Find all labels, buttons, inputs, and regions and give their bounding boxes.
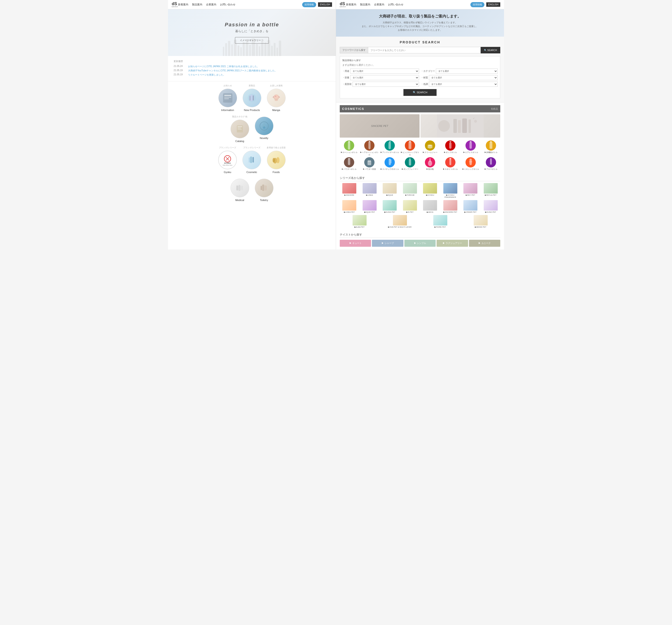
series-eque[interactable]: ▶EQUE xyxy=(380,183,400,198)
lang-btn-right[interactable]: ENGLISH xyxy=(486,2,500,7)
series-creer-pet[interactable]: ▶CREER PET xyxy=(461,200,480,213)
series-gyoku[interactable]: ▶GYOKU xyxy=(421,183,440,198)
svg-rect-26 xyxy=(250,156,252,163)
taste-luxury-btn[interactable]: ▶ ラグジュアリー xyxy=(437,240,468,247)
icon-toiletry[interactable]: Toiletry xyxy=(255,177,273,201)
series-is-pet[interactable]: ▶IS PET xyxy=(401,200,420,213)
series-alba-pet[interactable]: ▶ALBA PET xyxy=(340,215,379,228)
series-rey-pet[interactable]: ▶REY PET xyxy=(461,183,480,198)
series-linea-pet[interactable]: ▶LINEA PET xyxy=(340,200,359,213)
update-link-2[interactable]: 大商硝子YouTubeチャンネルにCITE JAPAN 2021ブースご案内動画… xyxy=(188,69,277,72)
search-input[interactable] xyxy=(368,47,481,53)
right-header: dS DAIKO 新着案内 製品案内 企業案内 お問い合わせ 採用情報 ENGL… xyxy=(336,0,504,9)
filter-yoto-select[interactable]: 全てを選択 xyxy=(350,69,419,74)
series-torche[interactable]: ▶TORCHE xyxy=(401,183,420,198)
gallery-btn[interactable]: イメージギャラリー ▷ xyxy=(235,37,269,44)
svg-point-20 xyxy=(263,126,265,129)
product-icon-hairlotion[interactable]: ▶ヘアローションボトル xyxy=(360,141,379,156)
nav-products[interactable]: 製品案内 xyxy=(192,3,202,6)
product-icon-lotion-label: ▶ローションボトル xyxy=(341,151,358,154)
product-icon-pump-label: ▶ポンプボトル xyxy=(444,151,457,154)
product-icon-atomizer[interactable]: ▶アトマイザーボトル xyxy=(380,141,399,156)
series-aeca[interactable]: ▶AECA xyxy=(421,200,440,213)
filter-material: ・材質 全てを選択 xyxy=(421,75,498,80)
right-nav-new[interactable]: 新着案内 xyxy=(346,3,356,6)
icon-manga[interactable]: お楽しみ漫画 Manga xyxy=(267,84,286,111)
recruit-btn-right[interactable]: 採用情報 xyxy=(471,2,484,7)
icon-gyoku-circle: GYOKU Daiko White Glass xyxy=(218,151,237,169)
nav-company[interactable]: 企業案内 xyxy=(206,3,216,6)
icon-catalog[interactable]: 製品カタログ 他 Catalog xyxy=(231,115,249,143)
product-icon-lotion[interactable]: ▶ローションボトル xyxy=(340,141,359,156)
icon-gyoku[interactable]: ブランド/シリーズ GYOKU Daiko White Glass Gyoku xyxy=(218,146,237,174)
product-search-title: PRODUCT SEARCH xyxy=(340,40,500,44)
svg-rect-60 xyxy=(470,141,472,142)
product-icon-aerosol[interactable]: ▶エアレスボトル xyxy=(461,141,480,156)
product-icon-spot[interactable]: ▶スポイトボトル xyxy=(441,157,460,171)
filter-material-select[interactable]: 全てを選択 xyxy=(429,75,498,80)
series-gyoku-fragrance-label: ▶GYOKU FRAGRANCE xyxy=(441,194,460,198)
product-icon-powder-container[interactable]: ▶パウダー容器 xyxy=(360,157,379,171)
filter-category-select[interactable]: 全てを選択 xyxy=(436,69,498,74)
series-eque-pet[interactable]: ▶EQUE PET xyxy=(360,200,379,213)
svg-rect-63 xyxy=(348,158,350,165)
taste-unique-btn[interactable]: ▶ ユニーク xyxy=(469,240,500,247)
series-medie-pet[interactable]: ▶MEDIE PET xyxy=(461,215,500,228)
filter-color-select[interactable]: 全てを選択 xyxy=(429,82,498,87)
right-nav-contact[interactable]: お問い合わせ xyxy=(388,3,403,6)
nav-contact[interactable]: お問い合わせ xyxy=(220,3,235,6)
icon-foods[interactable]: 多用途で使える容器 Foods xyxy=(267,146,286,174)
search-label: フリーワードから探す xyxy=(340,47,368,53)
product-icon-spatula[interactable]: ▶スパチュラ付ボトル xyxy=(380,157,399,171)
series-sincere-pet[interactable]: ▶SINCERE PET xyxy=(441,200,460,213)
taste-simple-btn[interactable]: ▶ シンプル xyxy=(404,240,436,247)
icon-cosmetic[interactable]: ブランド/シリーズ Cosmetic xyxy=(242,146,261,174)
right-nav-products[interactable]: 製品案内 xyxy=(360,3,370,6)
left-logo: dS DAIKO xyxy=(172,2,178,7)
svg-rect-61 xyxy=(489,142,492,149)
series-dunn-pet[interactable]: ▶DUNN PET xyxy=(380,200,400,213)
taste-sharp-btn[interactable]: ▶ シャープ xyxy=(372,240,403,247)
series-reyla-pet[interactable]: ▶REYLA PET xyxy=(481,183,501,198)
update-link-1[interactable]: お知らせページにCITE JAPAN 2021 ご来場のお礼を追加しました。 xyxy=(188,65,259,68)
nav-new[interactable]: 新着案内 xyxy=(178,3,188,6)
taste-cute-btn[interactable]: ▶ キュート xyxy=(340,240,371,247)
icon-novelty[interactable]: Novelty xyxy=(255,115,273,143)
filter-yoto-label: ・用途 xyxy=(342,70,349,73)
series-ova-pet[interactable]: ▶OVA PET & MULTI LAYER xyxy=(380,215,419,228)
product-icon-aroma[interactable]: ▶アロマボトル xyxy=(481,157,500,171)
icon-novelty-circle xyxy=(255,117,273,135)
icon-medical[interactable]: Medical xyxy=(231,177,249,201)
hero-banner-desc: 大商硝子はガラス、樹脂を問わず幅広いラインナップを備えています。 また、ボトルだ… xyxy=(341,21,499,32)
recruit-btn-left[interactable]: 採用情報 xyxy=(302,2,316,7)
series-linea[interactable]: ▶LINEA xyxy=(360,183,379,198)
filter-capacity-select[interactable]: 全てを選択 xyxy=(350,75,419,80)
product-icon-pump[interactable]: ▶ポンプボトル xyxy=(441,141,460,156)
product-icon-creamjar[interactable]: ▶クリームジャー xyxy=(421,141,439,156)
update-date-2: 21.05.19 xyxy=(174,69,185,72)
series-euno-pet[interactable]: ▶EUNO PET xyxy=(481,200,501,213)
product-icon-multi[interactable]: ▶多機能ボトル xyxy=(481,141,500,156)
svg-text:GYOKU: GYOKU xyxy=(224,162,231,164)
filter-bottom-select[interactable]: 全てを選択 xyxy=(353,82,419,87)
update-item-1: 21.05.24 お知らせページにCITE JAPAN 2021 ご来場のお礼を… xyxy=(174,65,330,68)
product-icon-mixing[interactable]: ▶ミキシングボトル xyxy=(461,157,480,171)
right-nav-company[interactable]: 企業案内 xyxy=(374,3,384,6)
svg-rect-32 xyxy=(238,185,241,191)
filter-search-button[interactable]: 🔍 SEARCH xyxy=(403,89,437,96)
product-icon-spray[interactable]: ▶春水瓶 xyxy=(421,157,439,171)
search-button[interactable]: 🔍 SEARCH xyxy=(481,47,500,53)
svg-rect-51 xyxy=(389,141,391,142)
product-icon-pump-former[interactable]: ▶ポンプフォーマー xyxy=(401,157,419,171)
icon-information[interactable]: お知らせ Information xyxy=(218,84,237,111)
filter-color-label: ・色調 xyxy=(421,82,428,86)
product-icon-powder[interactable]: ▶パウダーボトル xyxy=(340,157,359,171)
update-link-3[interactable]: リクルートページを更新しました。 xyxy=(188,73,225,76)
lang-btn-left[interactable]: ENGLISH xyxy=(318,2,332,7)
icon-new-products[interactable]: 新製品 New Products xyxy=(243,84,261,111)
product-icon-hinge[interactable]: ▶ヒンジキャップボトル xyxy=(401,141,419,156)
series-fiore-pet[interactable]: ▶FIORE PET xyxy=(421,215,460,228)
series-gyoku-fragrance[interactable]: ▶GYOKU FRAGRANCE xyxy=(441,183,460,198)
series-sincere[interactable]: ▶SINCERE xyxy=(340,183,359,198)
taste-title: テイストから探す xyxy=(340,233,500,238)
